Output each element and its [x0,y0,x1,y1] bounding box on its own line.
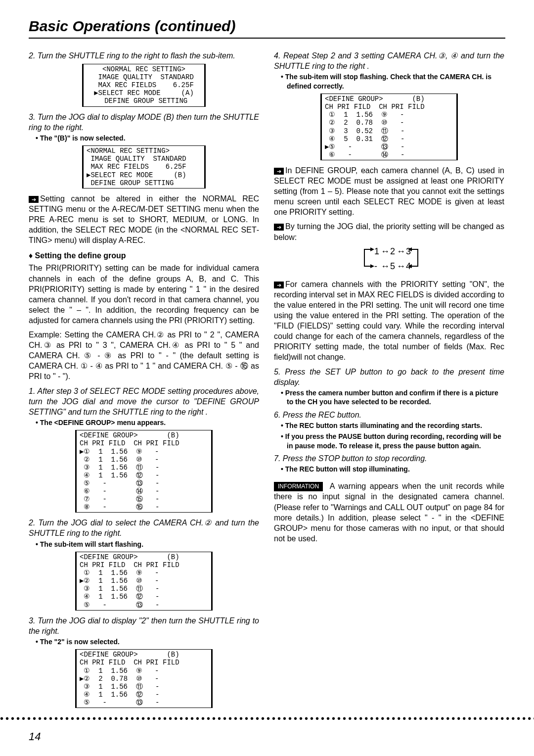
step-3: 3. Turn the JOG dial to display MODE (B)… [29,112,259,133]
svg-text:↔: ↔ [381,246,390,256]
step-7-note: • The REC button will stop illuminating. [287,465,504,473]
menu-normal-rec-b[interactable]: <NORMAL REC SETTING> IMAGE QUALITY STAND… [82,145,206,188]
right-column: 4. Repeat Step 2 and 3 setting CAMERA CH… [274,47,504,713]
dg-step-2: 2. Turn the JOG dial to select the CAMER… [29,518,259,538]
svg-text:↔: ↔ [397,261,405,271]
heading-define-group: ♦ Setting the define group [29,250,259,261]
menu-define-group-3[interactable]: <DEFINE GROUP> (B) CH PRI FILD CH PRI FI… [75,649,213,708]
svg-text:2: 2 [390,246,395,256]
note-2: ➔In DEFINE GROUP, each camera channel (A… [274,165,504,218]
note-1: ➔Setting cannot be altered in either the… [29,193,259,246]
step-7: 7. Press the STOP button to stop recordi… [274,453,504,464]
svg-marker-10 [370,247,374,251]
dg-bullet-1: • The <DEFINE GROUP> menu appears. [42,418,259,427]
svg-text:↔: ↔ [381,261,390,271]
menu-define-group-4[interactable]: <DEFINE GROUP> (B) CH PRI FILD CH PRI FI… [320,94,458,160]
svg-text:5: 5 [390,261,395,271]
note-icon: ➔ [274,168,284,175]
step-5-note: • Press the camera number button and con… [287,388,504,407]
left-column: 2. Turn the SHUTTLE ring to the right to… [29,47,259,713]
define-group-body: The PRI(PRIORITY) setting can be made fo… [29,263,259,326]
step-4: 4. Repeat Step 2 and 3 setting CAMERA CH… [274,50,504,71]
note-3: ➔By turning the JOG dial, the priority s… [274,221,504,242]
svg-text:3: 3 [406,246,411,256]
footer-dots: ••••••••••••••••••••••••••••••••••••••••… [0,713,534,724]
menu-normal-rec-a[interactable]: <NORMAL REC SETTING> IMAGE QUALITY STAND… [82,64,206,106]
define-group-example: Example: Setting the CAMERA CH.② as PRI … [29,330,259,382]
note-icon: ➔ [274,282,284,288]
step-5: 5. Press the SET UP button to go back to… [274,367,504,387]
information-badge: INFORMATION [274,482,323,492]
menu-define-group-2[interactable]: <DEFINE GROUP> (B) CH PRI FILD CH PRI FI… [75,552,213,611]
dg-bullet-3: • The "2" is now selected. [42,637,259,646]
dg-step-1: 1. After step 3 of SELECT REC MODE setti… [29,386,259,417]
menu-define-group-1[interactable]: <DEFINE GROUP> (B) CH PRI FILD CH PRI FI… [75,430,213,513]
note-icon: ➔ [274,224,284,231]
dg-step-3: 3. Turn the JOG dial to display "2" then… [29,615,259,636]
note-4: ➔For camera channels with the PRIORITY s… [274,279,504,363]
dg-bullet-2: • The sub-item will start flashing. [42,540,259,549]
information-block: INFORMATION A warning appears when the u… [274,481,504,544]
page-title: Basic Operations (continued) [29,18,235,34]
svg-marker-11 [370,264,374,268]
step-6-note-b: • If you press the PAUSE button during r… [287,432,504,450]
svg-text:-: - [374,261,377,271]
note-icon: ➔ [29,196,39,203]
step-4-note: • The sub-item will stop flashing. Check… [287,72,504,91]
step-3-note: • The "(B)" is now selected. [42,134,259,142]
step-6-note-a: • The REC button starts illuminating and… [287,421,504,430]
page-number: 14 [29,730,41,743]
step-2: 2. Turn the SHUTTLE ring to the right to… [29,50,259,61]
svg-text:↔: ↔ [397,246,405,256]
priority-rotation-diagram: 1 2 3 - 5 4 ↔ ↔ ↔ ↔ [340,243,439,275]
step-6: 6. Press the REC button. [274,410,504,420]
svg-text:1: 1 [374,246,379,256]
